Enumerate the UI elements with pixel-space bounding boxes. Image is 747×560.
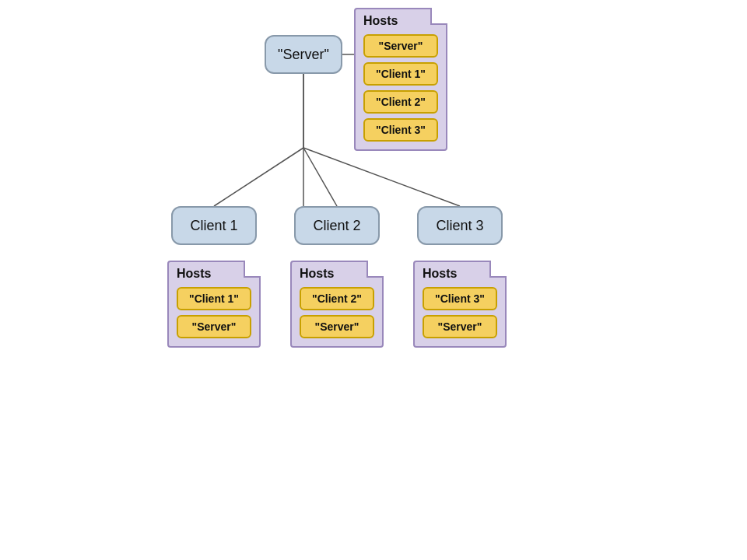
svg-line-4 xyxy=(303,148,337,206)
server-host-item-2: "Client 2" xyxy=(363,90,438,114)
server-node: "Server" xyxy=(265,35,342,74)
client2-hosts-items: "Client 2" "Server" xyxy=(292,284,382,346)
client1-hosts-container: Hosts "Client 1" "Server" xyxy=(167,261,261,348)
client1-hosts-items: "Client 1" "Server" xyxy=(169,284,259,346)
client1-hosts-title: Hosts xyxy=(169,262,259,284)
client3-host-item-0: "Client 3" xyxy=(423,287,497,310)
svg-line-3 xyxy=(214,148,303,206)
server-host-item-0: "Server" xyxy=(363,34,438,58)
server-node-label: "Server" xyxy=(278,47,329,63)
server-hosts-title: Hosts xyxy=(356,9,446,31)
client3-hosts-items: "Client 3" "Server" xyxy=(415,284,505,346)
client3-hosts-container: Hosts "Client 3" "Server" xyxy=(413,261,507,348)
server-host-item-3: "Client 3" xyxy=(363,118,438,142)
client2-hosts-container: Hosts "Client 2" "Server" xyxy=(290,261,384,348)
client1-host-item-1: "Server" xyxy=(177,315,251,338)
server-hosts-container: Hosts "Server" "Client 1" "Client 2" "Cl… xyxy=(354,8,447,151)
diagram-container: "Server" Hosts "Server" "Client 1" "Clie… xyxy=(0,0,747,560)
client2-host-item-0: "Client 2" xyxy=(300,287,374,310)
client2-label: Client 2 xyxy=(313,218,360,234)
client3-node: Client 3 xyxy=(417,206,503,245)
client2-host-item-1: "Server" xyxy=(300,315,374,338)
client3-host-item-1: "Server" xyxy=(423,315,497,338)
server-hosts-items: "Server" "Client 1" "Client 2" "Client 3… xyxy=(356,31,446,149)
client3-label: Client 3 xyxy=(436,218,483,234)
client2-node: Client 2 xyxy=(294,206,380,245)
client1-label: Client 1 xyxy=(190,218,237,234)
client1-host-item-0: "Client 1" xyxy=(177,287,251,310)
svg-line-5 xyxy=(303,148,460,206)
client2-hosts-title: Hosts xyxy=(292,262,382,284)
client1-node: Client 1 xyxy=(171,206,257,245)
client3-hosts-title: Hosts xyxy=(415,262,505,284)
server-host-item-1: "Client 1" xyxy=(363,62,438,86)
